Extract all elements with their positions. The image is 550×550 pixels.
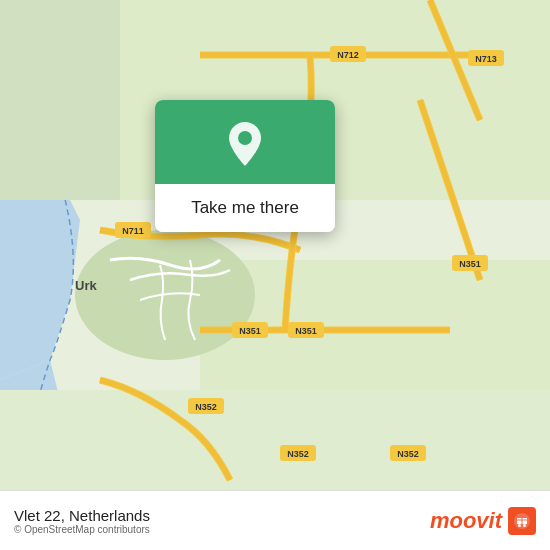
svg-rect-6: [0, 390, 550, 490]
bottom-info: Vlet 22, Netherlands © OpenStreetMap con…: [14, 507, 150, 535]
svg-text:N712: N712: [337, 50, 359, 60]
svg-text:N352: N352: [397, 449, 419, 459]
svg-text:N351: N351: [239, 326, 261, 336]
bottom-bar: Vlet 22, Netherlands © OpenStreetMap con…: [0, 490, 550, 550]
svg-text:N711: N711: [122, 226, 144, 236]
take-me-there-button[interactable]: Take me there: [155, 184, 335, 232]
svg-text:Urk: Urk: [75, 278, 97, 293]
map-container: N351 N351 N352 N352 N352 N351 N711 N712 …: [0, 0, 550, 490]
popup-green-area: [155, 100, 335, 184]
svg-point-38: [523, 524, 526, 527]
svg-text:N351: N351: [295, 326, 317, 336]
svg-text:N352: N352: [287, 449, 309, 459]
copyright-label: © OpenStreetMap contributors: [14, 524, 150, 535]
location-pin-icon: [227, 122, 263, 166]
address-label: Vlet 22, Netherlands: [14, 507, 150, 524]
moovit-text: moovit: [430, 508, 502, 534]
moovit-icon: [508, 507, 536, 535]
svg-text:N352: N352: [195, 402, 217, 412]
svg-rect-4: [0, 0, 120, 200]
moovit-logo: moovit: [430, 507, 536, 535]
svg-point-35: [238, 131, 252, 145]
location-popup: Take me there: [155, 100, 335, 232]
svg-point-37: [518, 524, 521, 527]
map-background: N351 N351 N352 N352 N352 N351 N711 N712 …: [0, 0, 550, 490]
svg-text:N351: N351: [459, 259, 481, 269]
svg-text:N713: N713: [475, 54, 497, 64]
